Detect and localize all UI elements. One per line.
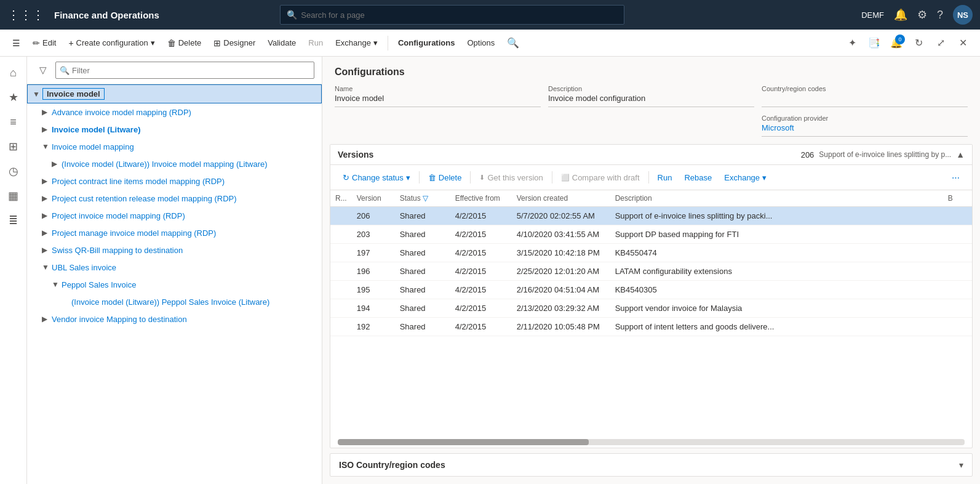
detail-fields: Name Invoice model Description Invoice m… xyxy=(335,85,968,137)
app-grid-icon[interactable]: ⋮⋮⋮ xyxy=(7,7,44,22)
favorite-icon[interactable]: ★ xyxy=(2,86,25,108)
th-created: Version created xyxy=(512,190,610,207)
home-icon[interactable]: ⌂ xyxy=(2,62,25,84)
tree-item[interactable]: ▶Project invoice model mapping (RDP) xyxy=(27,207,322,224)
versions-collapse-icon[interactable]: ▲ xyxy=(956,150,965,159)
status-filter-icon[interactable]: ▽ xyxy=(423,194,428,203)
notification-badge: 0 xyxy=(895,34,905,44)
table-cell-b xyxy=(943,225,972,244)
rebase-button[interactable]: Rebase xyxy=(679,169,717,186)
tree-content: ▼Invoice model▶Advance invoice model map… xyxy=(27,84,322,484)
personalize-icon[interactable]: ✦ xyxy=(842,33,862,53)
notification-icon[interactable]: 🔔 xyxy=(894,8,907,22)
filter-input[interactable] xyxy=(72,66,310,75)
search-bar: 🔍 xyxy=(280,5,624,25)
tree-item[interactable]: ▶Project manage invoice model mapping (R… xyxy=(27,224,322,241)
chevron-down-icon: ▾ xyxy=(151,38,155,47)
table-cell-b xyxy=(943,281,972,299)
tree-item[interactable]: ▶Project cust retention release model ma… xyxy=(27,190,322,207)
refresh-icon[interactable]: ↻ xyxy=(909,33,928,53)
search-input[interactable] xyxy=(301,10,618,20)
user-avatar[interactable]: NS xyxy=(953,5,973,25)
provider-value[interactable]: Microsoft xyxy=(762,123,968,137)
table-icon[interactable]: ▦ xyxy=(2,185,25,207)
compare-draft-button[interactable]: ⬜ Compare with draft xyxy=(556,169,645,186)
table-row[interactable]: 206Shared4/2/20155/7/2020 02:02:55 AMSup… xyxy=(330,207,972,225)
exchange-button[interactable]: Exchange ▾ xyxy=(330,33,383,53)
table-cell-version: 194 xyxy=(352,299,395,318)
cmd-separator-1 xyxy=(388,36,388,50)
hamburger-button[interactable]: ☰ xyxy=(7,33,25,53)
table-row[interactable]: 196Shared4/2/20152/25/2020 12:01:20 AMLA… xyxy=(330,262,972,281)
table-cell-effectiveFrom: 4/2/2015 xyxy=(450,281,512,299)
grid-icon[interactable]: ⊞ xyxy=(2,135,25,158)
expand-icon: ▶ xyxy=(52,159,62,168)
close-icon[interactable]: ✕ xyxy=(953,33,973,53)
list-icon[interactable]: ≡ xyxy=(2,111,25,133)
table-cell-r xyxy=(330,281,352,299)
run-button[interactable]: Run xyxy=(303,33,328,53)
tree-item[interactable]: ▼Invoice model xyxy=(27,84,322,103)
help-icon[interactable]: ? xyxy=(937,9,943,22)
expand-icon: ▼ xyxy=(42,142,52,151)
more-button[interactable]: ⋯ xyxy=(947,169,965,186)
restore-icon[interactable]: ⤢ xyxy=(931,33,950,53)
filter-icon-button[interactable]: ▽ xyxy=(34,62,52,79)
designer-button[interactable]: ⊞ Designer xyxy=(209,33,260,53)
table-row[interactable]: 197Shared4/2/20153/15/2020 10:42:18 PMKB… xyxy=(330,244,972,262)
tree-item[interactable]: ▶Swiss QR-Bill mapping to destination xyxy=(27,241,322,259)
expand-icon: ▶ xyxy=(42,246,52,254)
tree-item[interactable]: ▼UBL Sales invoice xyxy=(27,259,322,276)
table-row[interactable]: 192Shared4/2/20152/11/2020 10:05:48 PMSu… xyxy=(330,318,972,336)
table-row[interactable]: 195Shared4/2/20152/16/2020 04:51:04 AMKB… xyxy=(330,281,972,299)
horizontal-scrollbar[interactable] xyxy=(338,439,965,445)
expand-icon: ▼ xyxy=(33,90,42,99)
table-row[interactable]: 194Shared4/2/20152/13/2020 03:29:32 AMSu… xyxy=(330,299,972,318)
app-title: Finance and Operations xyxy=(54,10,159,20)
command-bar: ☰ ✏ Edit + Create configuration ▾ 🗑 Dele… xyxy=(0,30,980,57)
tree-item[interactable]: ▼Peppol Sales Invoice xyxy=(27,276,322,293)
main-layout: ⌂ ★ ≡ ⊞ ◷ ▦ ≣ ▽ 🔍 ▼Invoice model▶Advance… xyxy=(0,57,980,484)
tree-item[interactable]: ▶Advance invoice model mapping (RDP) xyxy=(27,103,322,121)
delete-button[interactable]: 🗑 Delete xyxy=(162,33,207,53)
expand-icon: ▶ xyxy=(42,108,52,116)
search-icon: 🔍 xyxy=(287,10,297,20)
tree-item[interactable]: ▶(Invoice model (Litware)) Invoice model… xyxy=(27,155,322,172)
tree-item[interactable]: ▶Project contract line items model mappi… xyxy=(27,172,322,190)
versions-run-button[interactable]: Run xyxy=(653,169,677,186)
recent-icon[interactable]: ◷ xyxy=(2,160,25,182)
chevron-exchange: ▾ xyxy=(762,173,767,182)
table-cell-status: Shared xyxy=(395,207,450,225)
configurations-button[interactable]: Configurations xyxy=(393,33,460,53)
options-button[interactable]: Options xyxy=(462,33,500,53)
expand-icon: ▶ xyxy=(42,211,52,220)
create-config-button[interactable]: + Create configuration ▾ xyxy=(63,33,159,53)
table-cell-versionCreated: 3/15/2020 10:42:18 PM xyxy=(512,244,610,262)
tree-item[interactable]: ▶Vendor invoice Mapping to destination xyxy=(27,310,322,328)
top-nav-right: DEMF 🔔 ⚙ ? NS xyxy=(861,5,973,25)
table-row[interactable]: 203Shared4/2/20154/10/2020 03:41:55 AMSu… xyxy=(330,225,972,244)
lines-icon[interactable]: ≣ xyxy=(2,209,25,232)
table-cell-versionCreated: 2/11/2020 10:05:48 PM xyxy=(512,318,610,336)
settings-icon[interactable]: ⚙ xyxy=(917,8,927,22)
table-cell-version: 196 xyxy=(352,262,395,281)
get-this-version-button[interactable]: ⬇ Get this version xyxy=(474,169,548,186)
tree-item[interactable]: ▶Invoice model (Litware) xyxy=(27,121,322,138)
table-cell-r xyxy=(330,207,352,225)
bookmark-icon[interactable]: 📑 xyxy=(864,33,884,53)
tree-item[interactable]: ▼Invoice model mapping xyxy=(27,138,322,155)
tree-item[interactable]: (Invoice model (Litware)) Peppol Sales I… xyxy=(27,293,322,310)
change-status-button[interactable]: ↻ Change status ▾ xyxy=(338,169,415,186)
cmd-search-button[interactable]: 🔍 xyxy=(502,33,524,53)
edit-button[interactable]: ✏ Edit xyxy=(28,33,61,53)
versions-exchange-button[interactable]: Exchange ▾ xyxy=(719,169,771,186)
versions-table: R... Version Status ▽ Effective from Ver… xyxy=(330,190,972,336)
validate-button[interactable]: Validate xyxy=(263,33,301,53)
filter-search-icon: 🔍 xyxy=(60,66,70,75)
versions-delete-button[interactable]: 🗑 Delete xyxy=(423,169,467,186)
iso-expand-icon[interactable]: ▾ xyxy=(959,460,963,470)
notifications-cmd-icon[interactable]: 🔔 0 xyxy=(886,33,906,53)
delete-v-icon: 🗑 xyxy=(428,173,436,182)
versions-section: Versions 206 Support of e-invoice lines … xyxy=(330,144,973,448)
table-cell-description: Support of e-invoice lines splitting by … xyxy=(610,207,943,225)
